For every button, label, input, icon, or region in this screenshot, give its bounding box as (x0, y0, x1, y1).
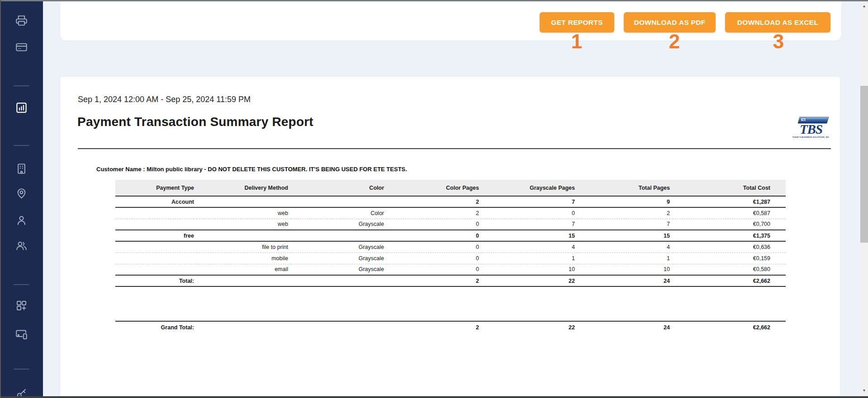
table-cell: 1 (482, 253, 578, 264)
sidebar-item-squares-plus[interactable] (0, 297, 43, 314)
table-cell: 2 (387, 196, 482, 207)
squares-plus-icon (15, 300, 28, 312)
table-cell (291, 230, 387, 241)
payment-summary-table: Payment TypeDelivery MethodColorColor Pa… (115, 180, 786, 287)
table-cell: €0,587 (673, 207, 786, 219)
table-row: webGrayscale077€0,700 (115, 219, 786, 230)
table-cell: 0 (387, 264, 482, 275)
sidebar-item-building[interactable] (0, 160, 43, 177)
sidebar-item-devices[interactable] (0, 326, 43, 342)
svg-text:TB: TB (802, 119, 805, 121)
annotation-badge-1: 1 (571, 32, 582, 52)
report-date-range: Sep 1, 2024 12:00 AM - Sep 25, 2024 11:5… (78, 95, 251, 104)
sidebar-item-users[interactable] (0, 237, 43, 253)
sidebar-item-user[interactable] (0, 212, 43, 228)
sidebar-divider (14, 369, 29, 370)
table-row: Grand Total:22224€2,662 (115, 321, 786, 333)
scrollbar-up-arrow-icon[interactable]: ▲ (860, 2, 868, 10)
sidebar-item-printer[interactable] (0, 12, 43, 28)
sidebar-divider (14, 85, 29, 86)
table-cell: 1 (578, 253, 673, 264)
table-cell (115, 241, 197, 253)
table-cell (291, 275, 387, 286)
table-cell (115, 207, 197, 219)
table-cell: Grayscale (291, 264, 387, 275)
table-cell: 10 (482, 264, 578, 275)
table-row: mobileGrayscale011€0,159 (115, 253, 786, 264)
table-cell: 4 (578, 241, 673, 253)
table-cell: email (197, 264, 291, 275)
table-cell: Grayscale (291, 219, 387, 230)
table-cell: 9 (578, 196, 673, 207)
table-cell: 4 (482, 241, 578, 253)
table-row: file to printGrayscale044€0,636 (115, 241, 786, 253)
tbs-logo-subtext: TODAY'S BUSINESS SOLUTIONS, INC. (792, 136, 830, 138)
table-cell: free (115, 230, 197, 241)
table-cell: 10 (578, 264, 673, 275)
grand-total-table: Grand Total:22224€2,662 (115, 321, 786, 333)
devices-icon (15, 328, 28, 341)
column-header: Delivery Method (197, 180, 291, 196)
sidebar-item-bar-chart[interactable] (0, 99, 43, 116)
table-cell: mobile (197, 253, 291, 264)
report-card: Sep 1, 2024 12:00 AM - Sep 25, 2024 11:5… (60, 77, 840, 398)
table-cell (115, 253, 197, 264)
table-cell (197, 196, 291, 207)
report-title: Payment Transaction Summary Report (77, 115, 313, 129)
get-reports-button[interactable]: GET REPORTS (540, 12, 614, 33)
vertical-scrollbar[interactable]: ▲ ▼ (860, 1, 868, 396)
table-cell: €1,375 (673, 230, 786, 241)
table-cell: Account (115, 196, 197, 207)
title-divider-rule (78, 148, 831, 149)
table-cell (197, 230, 291, 241)
table-cell: €0,636 (673, 241, 786, 253)
building-icon (15, 163, 28, 175)
sidebar-item-map-pin[interactable] (0, 185, 43, 201)
tbs-logo-text: TBS (800, 122, 822, 136)
table-cell (115, 264, 197, 275)
scrollbar-thumb[interactable] (860, 86, 868, 243)
window-top-edge (0, 0, 868, 1)
table-cell: 0 (387, 219, 482, 230)
table-cell: 2 (578, 207, 673, 219)
table-cell: 7 (578, 219, 673, 230)
table-header-row: Payment TypeDelivery MethodColorColor Pa… (115, 180, 786, 196)
table-cell: €0,159 (673, 253, 786, 264)
table-cell: €2,662 (673, 321, 786, 333)
credit-card-icon (15, 41, 28, 53)
user-icon (15, 214, 28, 226)
table-cell (291, 196, 387, 207)
sidebar-nav (0, 1, 43, 396)
printer-icon (15, 14, 28, 27)
table-cell (291, 321, 387, 333)
sidebar-item-credit-card[interactable] (0, 39, 43, 55)
table-cell (197, 321, 291, 333)
table-cell: Grayscale (291, 253, 387, 264)
table-cell: 0 (387, 253, 482, 264)
table-cell: Total: (115, 275, 197, 286)
scrollbar-down-arrow-icon[interactable]: ▼ (860, 387, 868, 394)
table-cell: 0 (387, 230, 482, 241)
users-icon (15, 239, 28, 252)
table-cell: €1,287 (673, 196, 786, 207)
table-row: free01515€1,375 (115, 230, 786, 241)
table-cell: Grayscale (291, 241, 387, 253)
table-cell: 24 (578, 321, 673, 333)
table-cell: €0,700 (673, 219, 786, 230)
map-pin-icon (15, 187, 28, 199)
table-row: webColor202€0,587 (115, 207, 786, 219)
table-cell: 2 (387, 275, 482, 286)
topbar: GET REPORTS DOWNLOAD AS PDF DOWNLOAD AS … (60, 1, 841, 41)
download-as-excel-button[interactable]: DOWNLOAD AS EXCEL (725, 12, 830, 33)
table-cell: 24 (578, 275, 673, 286)
table-cell: Grand Total: (115, 321, 197, 333)
table-cell (197, 275, 291, 286)
column-header: Payment Type (115, 180, 197, 196)
bar-chart-icon (15, 102, 28, 114)
table-cell: web (197, 207, 291, 219)
window-left-edge (0, 0, 1, 398)
download-as-pdf-button[interactable]: DOWNLOAD AS PDF (624, 12, 716, 33)
table-cell: 0 (482, 207, 578, 219)
customer-name-line: Customer Name : Milton public library - … (96, 166, 407, 173)
table-cell: 22 (482, 321, 578, 333)
